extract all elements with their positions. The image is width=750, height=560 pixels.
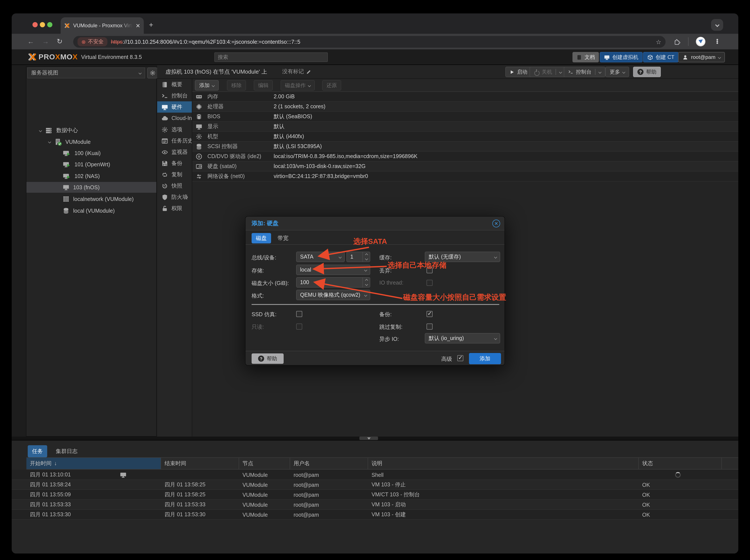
async-io-select[interactable]: 默认 (io_uring) [425,333,500,343]
dialog-help-button[interactable]: ?帮助 [251,354,284,364]
documentation-button[interactable]: 文档 [572,52,599,62]
hw-row-cdrom[interactable]: CD/DVD 驱动器 (ide2)local:iso/TRIM-0.8.39-6… [192,152,738,162]
col-header-end-time[interactable]: 结束时间 [161,457,239,469]
traffic-zoom-button[interactable] [47,22,53,27]
help-button[interactable]: ?帮助 [633,67,661,77]
edit-button[interactable]: 编辑 [254,80,273,91]
storage-select[interactable]: local [296,265,370,275]
dialog-close-icon[interactable]: ✕ [492,220,500,227]
hw-row-processor[interactable]: 处理器2 (1 sockets, 2 cores) [192,102,738,112]
hw-row-network[interactable]: 网络设备 (net0)virtio=BC:24:11:2F:87:83,brid… [192,172,738,181]
nav-item-firewall[interactable]: 防火墙 [157,192,192,203]
start-button[interactable]: 启动 [505,67,532,77]
hw-row-display[interactable]: 显示默认 [192,122,738,132]
nav-item-backup[interactable]: 备份 [157,158,192,169]
sidebar-gear-button[interactable] [147,67,158,78]
task-row[interactable]: 四月 01 13:53:30 四月 01 13:53:30 VUModule r… [12,510,738,520]
dialog-add-button[interactable]: 添加 [469,353,501,364]
tab-search-button[interactable] [711,19,723,31]
stepper-arrows[interactable] [362,252,370,262]
traffic-close-button[interactable] [33,22,38,27]
console-button[interactable]: 控制台 [564,67,605,77]
pencil-icon[interactable] [306,69,311,74]
create-vm-button[interactable]: 创建虚拟机 [600,52,643,62]
col-header-start-time[interactable]: 开始时间↓ [26,457,161,469]
profile-avatar[interactable] [696,37,705,46]
hw-row-scsi-controller[interactable]: SCSI 控制器默认 (LSI 53C895A) [192,142,738,152]
hw-row-machine[interactable]: 机型默认 (i440fx) [192,132,738,142]
readonly-checkbox[interactable] [296,323,302,329]
expand-caret-icon[interactable] [48,140,51,143]
iothread-checkbox[interactable] [427,280,432,286]
bookmark-star-icon[interactable]: ☆ [656,38,661,45]
col-header-node[interactable]: 节点 [239,457,290,469]
reload-icon[interactable]: ↻ [57,38,63,45]
nav-item-options[interactable]: 选项 [157,124,192,135]
nav-item-hardware[interactable]: 硬件 [157,101,192,113]
tab-close-icon[interactable]: ✕ [136,23,140,28]
search-input[interactable] [214,53,328,62]
col-header-user[interactable]: 用户名 [290,457,368,469]
tags-label[interactable]: 没有标记 [282,68,311,75]
bus-number-stepper[interactable]: 1 [346,252,370,262]
hw-row-harddisk[interactable]: 硬盘 (sata0)local:103/vm-103-disk-0.raw,si… [192,162,738,172]
advanced-checkbox[interactable] [457,355,463,361]
more-button[interactable]: 更多 [605,67,629,77]
back-icon[interactable]: ← [27,38,34,45]
revert-button[interactable]: 还原 [322,80,341,91]
hw-row-bios[interactable]: BIOS默认 (SeaBIOS) [192,112,738,122]
col-header-description[interactable]: 说明 [368,457,639,469]
dialog-tab-disk[interactable]: 磁盘 [251,233,271,243]
address-bar[interactable]: ⊗ 不安全 https://10.10.10.254:8006/#v1:0:=q… [73,36,666,48]
browser-tab[interactable]: VUModule - Proxmox Virtual E ✕ [61,17,144,34]
bus-select[interactable]: SATA [296,252,345,262]
forward-icon[interactable]: → [42,38,49,45]
disk-action-button[interactable]: 磁盘操作 [281,80,315,91]
tab-cluster-log[interactable]: 集群日志 [52,445,82,457]
shutdown-button[interactable]: 关机 [530,67,566,77]
create-ct-button[interactable]: 创建 CT [643,52,679,62]
remove-button[interactable]: 移除 [227,80,246,91]
ssd-checkbox[interactable] [296,311,302,317]
task-row[interactable]: 四月 01 13:55:09 四月 01 13:58:25 VUModule r… [12,490,738,500]
tree-item-localnetwork[interactable]: localnetwork (VUModule) [26,194,156,204]
user-menu-button[interactable]: root@pam [678,52,725,62]
tree-item-vm-100[interactable]: 100 (iKuai) [26,148,156,159]
nav-item-monitor[interactable]: 监视器 [157,146,192,158]
tree-item-vm-101[interactable]: 101 (OpenWrt) [26,159,156,170]
disk-size-stepper[interactable]: 100 [296,277,370,287]
view-selector[interactable]: 服务器视图 [27,67,145,78]
traffic-minimize-button[interactable] [40,22,45,27]
add-button[interactable]: 添加 [195,80,219,91]
nav-item-console[interactable]: 控制台 [157,90,192,101]
nav-item-snapshots[interactable]: 快照 [157,180,192,192]
nav-item-replication[interactable]: 复制 [157,169,192,180]
tree-item-local-storage[interactable]: local (VUModule) [26,205,156,216]
col-header-status[interactable]: 状态 [639,457,722,469]
stepper-arrows[interactable] [362,278,370,287]
backup-checkbox[interactable] [427,311,432,317]
nav-item-cloud-init[interactable]: Cloud-Init [157,113,192,124]
nav-item-permissions[interactable]: 权限 [157,203,192,214]
nav-item-summary[interactable]: 概要 [157,79,192,90]
task-row[interactable]: 四月 01 13:53:33 四月 01 13:53:33 VUModule r… [12,500,738,510]
task-row[interactable]: 四月 01 13:10:01 VUModule root@pam Shell [12,470,738,480]
extensions-icon[interactable] [674,39,680,45]
not-secure-badge[interactable]: ⊗ 不安全 [78,37,107,46]
browser-menu-icon[interactable]: ••• [716,39,718,44]
expand-caret-icon[interactable] [39,129,42,132]
tab-tasks[interactable]: 任务 [28,445,47,457]
tree-item-datacenter[interactable]: 数据中心 [26,125,156,136]
tree-item-vm-103[interactable]: 103 (fnOS) [26,182,156,193]
dialog-titlebar[interactable]: 添加: 硬盘 [245,217,505,231]
skip-replication-checkbox[interactable] [427,323,432,329]
dialog-tab-bandwidth[interactable]: 带宽 [273,233,293,243]
splitter-handle[interactable] [360,437,378,440]
tree-item-vm-102[interactable]: 102 (NAS) [26,171,156,181]
format-select[interactable]: QEMU 映像格式 (qcow2) [296,290,370,300]
tree-item-node-vumodule[interactable]: VUModule [26,136,156,147]
nav-item-task-history[interactable]: 任务历史 [157,135,192,146]
new-tab-button[interactable]: + [149,21,153,28]
hw-row-memory[interactable]: 内存2.00 GiB [192,92,738,102]
task-row[interactable]: 四月 01 13:58:24 四月 01 13:58:25 VUModule r… [12,480,738,490]
